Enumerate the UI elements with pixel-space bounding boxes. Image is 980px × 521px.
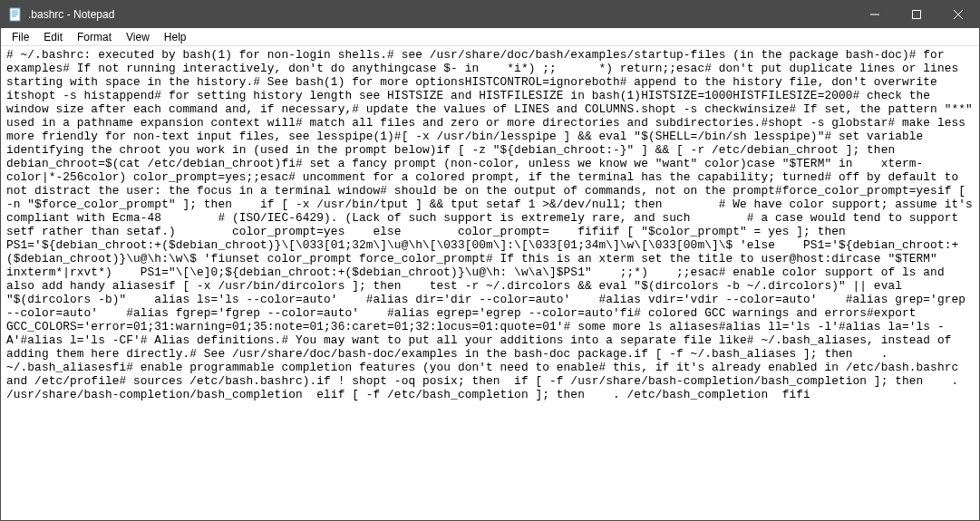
menu-view[interactable]: View (119, 30, 157, 44)
minimize-button[interactable] (854, 1, 896, 28)
menu-format[interactable]: Format (70, 30, 119, 44)
maximize-button[interactable] (896, 1, 937, 28)
svg-rect-6 (913, 11, 921, 19)
window-title: .bashrc - Notepad (28, 8, 854, 21)
text-editor[interactable]: # ~/.bashrc: executed by bash(1) for non… (1, 46, 979, 520)
window-controls (854, 1, 979, 28)
menu-help[interactable]: Help (157, 30, 194, 44)
close-button[interactable] (937, 1, 979, 28)
menu-edit[interactable]: Edit (36, 30, 70, 44)
menu-file[interactable]: File (5, 30, 36, 44)
titlebar[interactable]: .bashrc - Notepad (1, 1, 979, 28)
notepad-app-icon (8, 7, 23, 22)
menubar: File Edit Format View Help (1, 28, 979, 46)
notepad-window: .bashrc - Notepad File Edit Format View … (0, 0, 980, 521)
